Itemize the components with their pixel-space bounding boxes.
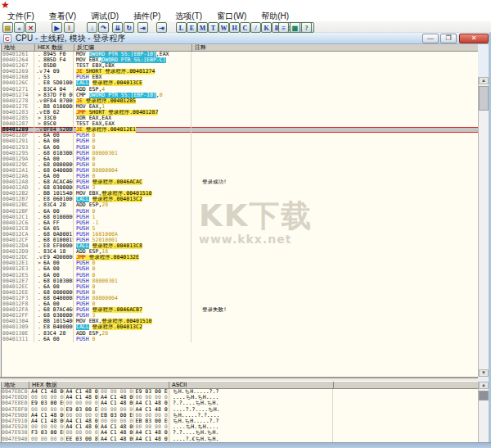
appearance-button[interactable]: ▦ (290, 22, 300, 33)
disasm-row[interactable]: 0040126C.E8 5D010000CALL 登录程序.004013CE (2, 80, 478, 86)
disasm-row[interactable]: 00401295.68 01030080PUSH 80000301 (2, 151, 478, 156)
panel-c-button[interactable]: C (240, 22, 250, 33)
disasm-row[interactable]: 0040128F.6A 00PUSH 0 (2, 133, 478, 138)
step-into-button[interactable]: ↓ (87, 22, 97, 33)
disasm-row[interactable]: 00401293.6A 00PUSH 0 (2, 145, 478, 151)
disasm-row[interactable]: 004012A1.68 04000080PUSH 80000004 (2, 168, 478, 174)
dump-row[interactable]: 0047E92000 00 00 00A4 C1 48 00A4 C1 48 0… (2, 424, 478, 430)
disasm-row[interactable]: 00401291.6A 00PUSH 0 (2, 138, 478, 144)
dump-row[interactable]: 0047E910A4 C1 48 00A4 C1 48 0000 00 00 0… (2, 419, 478, 424)
trace-over-button[interactable]: ↻ (124, 22, 134, 33)
dump-row[interactable]: 0047E8D000 00 00 00A4 C1 48 00A4 C1 48 0… (2, 395, 478, 400)
scrollbar-thumb[interactable] (479, 86, 489, 111)
dump-col-ascii[interactable]: ASCII (169, 382, 334, 389)
disasm-row[interactable]: 00401267.85DBTEST EBX,EBX (2, 63, 478, 69)
disasm-row[interactable]: 0040129A.6A 00PUSH 0 (2, 156, 478, 162)
scrollbar-thumb[interactable] (479, 391, 489, 400)
dump-row[interactable]: 0047E8C0A4 C1 48 00A4 C1 48 0000 00 00 0… (2, 389, 478, 395)
disasm-row[interactable]: 00401304.BB 10154000MOV EBX,登录程序.0040151… (2, 319, 478, 324)
disassembly-scrollbar[interactable]: ▲ ▼ (478, 77, 489, 377)
disasm-row[interactable]: 0040127E.B8 01000000MOV EAX,1 (2, 104, 478, 110)
disasm-row[interactable]: 004012F8.6A 00PUSH 0 (2, 301, 478, 307)
disasm-row[interactable]: 004012A8.68 ACAC4600PUSH 登录程序.0046ACAC登录… (2, 179, 478, 185)
disasm-row[interactable]: 004012FF.68 03000000PUSH 3 (2, 313, 478, 319)
disasm-row[interactable]: 00401269.v74 09JE SHORT 登录程序.00401274 (2, 69, 478, 75)
col-header-comment[interactable]: 注释 (192, 44, 478, 52)
col-header-disasm[interactable]: 反汇编 (74, 44, 192, 52)
disasm-row[interactable]: 004012AD.68 03000000PUSH 3 (2, 185, 478, 191)
dump-row[interactable]: 0047E8E0E9 03 00 E000 00 00 00A4 C1 48 0… (2, 400, 478, 406)
disasm-row[interactable]: 004012C6.6A FFPUSH -1 (2, 220, 478, 226)
disasm-row[interactable]: 004012DC.vE9 4D000000JMP 登录程序.0040132E (2, 255, 478, 260)
disasm-row[interactable]: 00401278.v0F84 07000000JE 登录程序.00401285 (2, 98, 478, 104)
until-return-button[interactable]: ⇥ (137, 22, 148, 33)
close-process-button[interactable]: ✕ (25, 22, 36, 33)
dump-row[interactable]: 0047E930F3 03 00 E000 00 00 00A4 C1 48 0… (2, 430, 478, 436)
disasm-row[interactable]: 004012E1>6A 00PUSH 0 (2, 260, 478, 266)
restart-button[interactable]: « (14, 22, 25, 33)
menu-window[interactable]: 窗口(W) (209, 11, 254, 21)
disasm-row[interactable]: 004012E3.6A 00PUSH 0 (2, 266, 478, 272)
disasm-row[interactable]: 004012BC.83C4 28ADD ESP,28 (2, 202, 478, 208)
step-over-button[interactable]: ↷ (98, 22, 109, 33)
dump-row[interactable]: 0047E900A4 C1 48 0000 00 00 00EB 03 00 E… (2, 413, 478, 419)
dump-row[interactable]: 0047E94000 00 00 00EE 03 00 80A4 C1 48 0… (2, 437, 478, 442)
disasm-row[interactable]: 004012CA.68 0A000116PUSH 1601000A (2, 232, 478, 238)
dump-scrollbar[interactable]: ▲ (478, 382, 489, 448)
disasm-row[interactable]: 00401274>837D F0 00CMP DWORD PTR SS:[EBP… (2, 93, 478, 98)
disasm-row[interactable]: 004012BF.6A 00PUSH 0 (2, 209, 478, 215)
disasm-row[interactable]: 00401289.v0F84 52000000JE 登录程序.004012E1 (2, 127, 478, 133)
disasm-row[interactable]: 004012CF.68 01000152PUSH 52010001 (2, 238, 478, 243)
help-button[interactable]: ? (301, 22, 312, 33)
panel-k-button[interactable]: K (261, 22, 272, 33)
menu-file[interactable]: 文件(F) (0, 11, 42, 21)
panel-e-button[interactable]: E (187, 22, 197, 33)
disasm-row[interactable]: 004012C8.6A 05PUSH 5 (2, 226, 478, 232)
run-button[interactable]: ▶ (52, 22, 62, 33)
disasm-row[interactable]: 00401283.vEB 02JMP SHORT 登录程序.00401287 (2, 110, 478, 115)
disasm-row[interactable]: 004012F3.68 04000080PUSH 80000004 (2, 296, 478, 301)
options-list-button[interactable]: ≡ (278, 22, 289, 33)
panel-w-button[interactable]: W (218, 22, 229, 33)
menu-options[interactable]: 选项(T) (168, 11, 209, 21)
menu-view[interactable]: 查看(V) (42, 11, 83, 21)
disasm-row[interactable]: 004012A6.6A 00PUSH 0 (2, 174, 478, 179)
dump-row[interactable]: 0047E8F000 00 00 00E9 03 00 E000 00 00 0… (2, 407, 478, 413)
disasm-row[interactable]: 00401264.8B5D F4MOV EBX,DWORD PTR SS:[EB… (2, 57, 478, 63)
disasm-row[interactable]: 0040126B.53PUSH EBX (2, 75, 478, 80)
panel-t-button[interactable]: T (208, 22, 218, 33)
disasm-row[interactable]: 004012FA.68 B7AC4600PUSH 登录程序.0046ACB7登录… (2, 307, 478, 313)
disasm-row[interactable]: 00401261.8945 F0MOV DWORD PTR SS:[EBP-10… (2, 52, 478, 57)
col-header-hex[interactable]: HEX 数据 (35, 44, 74, 52)
disasm-row[interactable]: 00401309.E8 B4000000CALL 登录程序.004013C2 (2, 324, 478, 330)
panel-h-button[interactable]: H (229, 22, 240, 33)
disasm-row[interactable]: 004012EC.6A 00PUSH 0 (2, 284, 478, 290)
open-file-button[interactable]: ▤ (2, 22, 13, 33)
minimize-button[interactable]: — (422, 34, 439, 43)
panel-m-button[interactable]: M (197, 22, 208, 33)
disasm-row[interactable]: 004012E7.68 01030080PUSH 80000301 (2, 278, 478, 284)
dump-col-address[interactable]: 地址 (2, 382, 29, 389)
panel-l-button[interactable]: L (176, 22, 187, 33)
dump-col-hex[interactable]: HEX 数据 (29, 382, 169, 389)
restore-button[interactable]: ❐ (440, 34, 457, 43)
disasm-row[interactable]: 004012D4.E8 EF000000CALL 登录程序.004013C8 (2, 243, 478, 249)
menu-debug[interactable]: 调试(D) (83, 11, 126, 21)
disasm-row[interactable]: 00401311.6A 00PUSH 0 (2, 337, 478, 342)
disasm-row[interactable]: 00401285>33C0XOR EAX,EAX (2, 115, 478, 121)
trace-into-button[interactable]: ⇊ (112, 22, 123, 33)
disasm-row[interactable]: 004012B7.E8 06010000CALL 登录程序.004013C2 (2, 197, 478, 202)
col-header-address[interactable]: 地址 (2, 44, 35, 52)
scroll-up-icon[interactable]: ▲ (479, 77, 489, 84)
disasm-row[interactable]: 0040129C.68 00000000PUSH 0 (2, 162, 478, 168)
disasm-row[interactable]: 00401271.83C4 04ADD ESP,4 (2, 87, 478, 93)
scroll-up-icon[interactable]: ▲ (479, 382, 489, 389)
close-button[interactable]: ✕ (459, 34, 489, 43)
disasm-row[interactable]: 00401287>85C0TEST EAX,EAX (2, 121, 478, 127)
disasm-row[interactable]: 004012C1.68 01000000PUSH 1 (2, 215, 478, 220)
menu-help[interactable]: 帮助(H) (254, 11, 296, 21)
disasm-row[interactable]: 0040130E.83C4 28ADD ESP,28 (2, 331, 478, 337)
goto-button[interactable]: ⇥ (156, 22, 167, 33)
menu-plugins[interactable]: 插件(P) (126, 11, 168, 21)
disasm-row[interactable]: 004012EE.68 00000000PUSH 0 (2, 290, 478, 296)
